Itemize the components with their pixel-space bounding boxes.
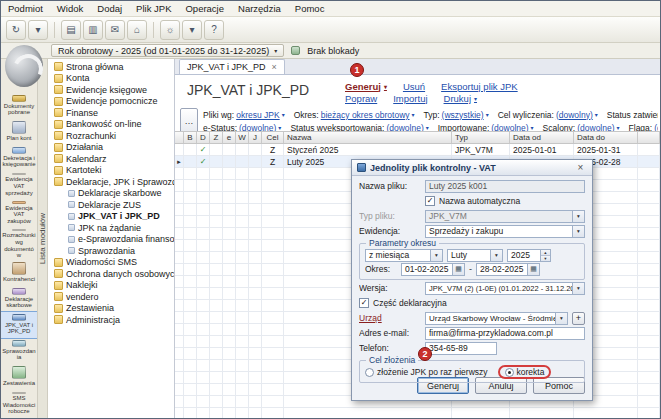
column-header[interactable]: W xyxy=(236,132,249,143)
tree-item[interactable]: Działania xyxy=(48,142,174,154)
tree-item[interactable]: Ewidencje księgowe xyxy=(48,84,174,96)
column-header[interactable]: Data do xyxy=(574,132,638,143)
import-link[interactable]: Importuj xyxy=(393,93,427,104)
column-header[interactable]: B xyxy=(184,132,197,143)
add-office-button[interactable]: + xyxy=(572,312,585,325)
version-select[interactable]: JPK_V7M (2) (1-0E) (01.01.2022 - 31.12.2… xyxy=(425,282,585,295)
fix-link[interactable]: Popraw xyxy=(345,93,377,104)
column-header[interactable]: Z xyxy=(210,132,223,143)
purpose-first-radio[interactable]: złożenie JPK po raz pierwszy xyxy=(365,367,488,377)
calendar-icon[interactable]: ▦ xyxy=(452,264,464,275)
table-row[interactable]: ✓ZStyczeń 2025JPK_V7M2025-01-012025-01-3… xyxy=(175,144,660,156)
mail-icon[interactable]: ✉ xyxy=(105,20,125,40)
tree-item[interactable]: Bankowość on-line xyxy=(48,119,174,131)
module-item[interactable]: Rozrachunki wg dokumentów xyxy=(1,227,37,260)
date-to-input[interactable]: 28-02-2025 ▦ xyxy=(476,263,540,276)
tree-item[interactable]: vendero xyxy=(48,291,174,303)
purpose-correction-radio[interactable]: korekta xyxy=(505,367,545,377)
date-from-input[interactable]: 01-02-2025 ▦ xyxy=(401,263,465,276)
phone-input[interactable] xyxy=(425,342,497,355)
column-header[interactable]: Data od xyxy=(510,132,574,143)
spin-down-icon[interactable]: ▾ xyxy=(541,256,550,261)
register-select[interactable]: Sprzedaży i zakupu ▾ xyxy=(425,225,585,238)
tree-item[interactable]: Sprawozdania xyxy=(48,245,174,257)
month-select[interactable]: Luty ▾ xyxy=(447,249,503,262)
tree-item[interactable]: Strona główna xyxy=(48,61,174,73)
tree-item[interactable]: Kartoteki xyxy=(48,165,174,177)
column-header[interactable]: Nazwa xyxy=(284,132,452,143)
menu-item[interactable]: Dodaj xyxy=(90,2,129,15)
export-link[interactable]: Eksportuj plik JPK xyxy=(441,81,518,92)
tree-item[interactable]: JPK_VAT i JPK_PD xyxy=(48,211,174,223)
home-icon[interactable]: ⌂ xyxy=(127,20,147,40)
tree-item[interactable]: Konta xyxy=(48,73,174,85)
tree-item[interactable]: Ewidencje pomocnicze xyxy=(48,96,174,108)
year-spinner[interactable]: 2025 ▴ ▾ xyxy=(507,249,551,262)
settings-icon[interactable]: ☼ xyxy=(160,20,180,40)
fiscal-year-selector[interactable]: Rok obrotowy - 2025 (od 01-01-2025 do 31… xyxy=(51,44,284,57)
declaration-checkbox[interactable]: ✓ xyxy=(359,298,369,308)
filter-value[interactable]: okresu JPK xyxy=(236,110,279,120)
tab-jpk[interactable]: JPK_VAT i JPK_PD × xyxy=(179,59,285,74)
column-header[interactable]: Typ xyxy=(452,132,510,143)
tree-item[interactable]: Zestawienia xyxy=(48,303,174,315)
tree-item[interactable]: Deklaracje, JPK i Sprawozdania xyxy=(48,176,174,188)
print-link[interactable]: Drukuj▾ xyxy=(444,93,477,104)
column-header[interactable]: e xyxy=(223,132,236,143)
lock-status[interactable]: Brak blokady xyxy=(307,46,359,56)
calendar-icon[interactable]: ▦ xyxy=(527,264,539,275)
menu-item[interactable]: Plik JPK xyxy=(129,2,178,15)
module-item[interactable]: Deklaracje skarbowe xyxy=(1,286,37,312)
tree-item[interactable]: Finanse xyxy=(48,107,174,119)
help-icon[interactable]: ? xyxy=(204,20,224,40)
delete-link[interactable]: Usuń xyxy=(403,81,425,92)
module-item[interactable]: Kontrahenci xyxy=(1,260,37,286)
menu-item[interactable]: Pomoc xyxy=(288,2,332,15)
tree-item[interactable]: Ochrona danych osobowych xyxy=(48,268,174,280)
menu-item[interactable]: Narzędzia xyxy=(231,2,288,15)
column-header[interactable]: J xyxy=(249,132,262,143)
period-mode-select[interactable]: z miesiąca ▾ xyxy=(365,249,443,262)
tree-item[interactable]: Deklaracje ZUS xyxy=(48,199,174,211)
tree-item[interactable]: Rozrachunki xyxy=(48,130,174,142)
auto-name-checkbox[interactable]: ✓ xyxy=(425,196,435,206)
module-item[interactable]: Ewidencja VAT sprzedaży xyxy=(1,171,37,199)
menu-item[interactable]: Widok xyxy=(50,2,90,15)
menu-item[interactable]: Operacje xyxy=(178,2,231,15)
nav-dropdown-icon[interactable]: ▾ xyxy=(28,20,48,40)
office-select[interactable]: Urząd Skarbowy Wrocław - Śródmieście ▾ xyxy=(425,312,568,325)
file-type-select[interactable]: JPK_V7M ▾ xyxy=(425,210,585,223)
module-item[interactable]: Dokumenty pobrane xyxy=(1,93,37,119)
reports-icon[interactable]: ▥ xyxy=(83,20,103,40)
module-item[interactable]: Ewidencja VAT zakupów xyxy=(1,199,37,227)
module-item[interactable]: Sprawozdania xyxy=(1,338,37,364)
tree-item[interactable]: Wiadomości SMS xyxy=(48,257,174,269)
filter-value[interactable]: bieżący okres obrotowy xyxy=(321,110,410,120)
settings-dropdown-icon[interactable]: ▾ xyxy=(182,20,202,40)
tree-item[interactable]: e-Sprawozdania finansowe xyxy=(48,234,174,246)
email-input[interactable] xyxy=(425,327,585,340)
module-item[interactable]: Dekretacja i księgowanie xyxy=(1,145,37,171)
documents-icon[interactable]: ▤ xyxy=(61,20,81,40)
tree-item[interactable]: Deklaracje skarbowe xyxy=(48,188,174,200)
generate-link[interactable]: Generuj▾ xyxy=(345,81,387,92)
column-header[interactable]: Cel xyxy=(262,132,284,143)
module-item[interactable]: JPK_VAT i JPK_PD xyxy=(1,312,37,338)
refresh-icon[interactable]: ↻ xyxy=(6,20,26,40)
filter-value[interactable]: (dowolny) xyxy=(556,110,593,120)
module-item[interactable]: Plan kont xyxy=(1,119,37,145)
office-label[interactable]: Urząd xyxy=(359,313,421,323)
tree-item[interactable]: Administracja xyxy=(48,314,174,326)
tree-item[interactable]: Kalendarz xyxy=(48,153,174,165)
close-icon[interactable]: × xyxy=(272,62,277,72)
module-item[interactable]: SMS Wiadomości robocze xyxy=(1,390,37,418)
column-header[interactable]: D xyxy=(197,132,210,143)
menu-item[interactable]: Podmiot xyxy=(1,2,50,15)
file-name-input[interactable] xyxy=(425,180,585,193)
close-icon[interactable]: × xyxy=(574,162,587,173)
module-item[interactable]: Zestawienia xyxy=(1,364,37,390)
tree-item[interactable]: JPK na żądanie xyxy=(48,222,174,234)
filter-value[interactable]: (wszystkie) xyxy=(442,110,484,120)
modules-collapse-tab[interactable]: Lista modułów xyxy=(38,59,48,418)
dialog-titlebar[interactable]: Jednolity plik kontrolny - VAT × xyxy=(352,160,592,176)
